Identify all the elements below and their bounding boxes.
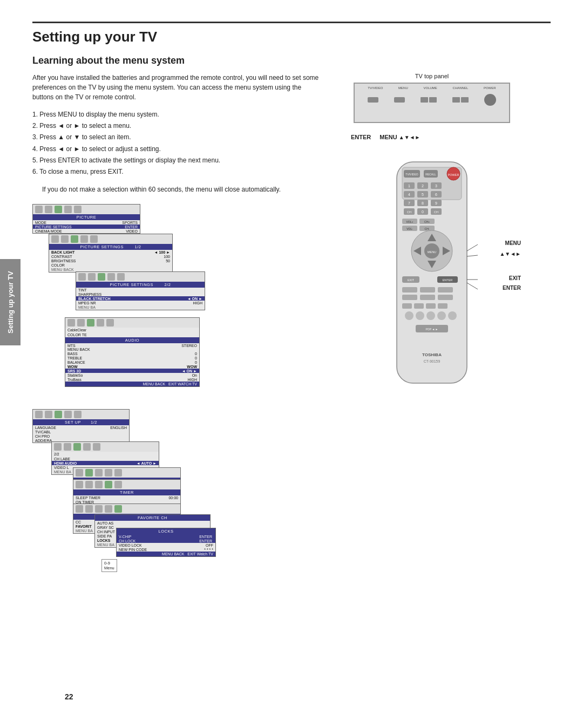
picture-mode-row: MODESPORTS bbox=[33, 220, 140, 224]
remote-exit-label: EXIT bbox=[509, 275, 521, 281]
svg-text:VOL+: VOL+ bbox=[406, 220, 413, 223]
contrast-row: CONTRAST100 bbox=[49, 254, 172, 258]
tv-panel-top-labels: TV/VIDEO MENU VOLUME CHANNEL POWER bbox=[355, 84, 509, 90]
svg-text:3: 3 bbox=[435, 184, 437, 188]
cinema-mode-row: CINEMA MODEVIDEO bbox=[33, 229, 140, 233]
audio-icons bbox=[65, 318, 199, 328]
svg-text:TV/VIDEO: TV/VIDEO bbox=[405, 173, 418, 176]
page-number: 22 bbox=[65, 692, 73, 701]
srs3d-row: SRS 3D◄ ON ► bbox=[65, 369, 199, 373]
timer-icons bbox=[73, 480, 180, 489]
ps1-icons bbox=[49, 234, 172, 244]
svg-point-61 bbox=[405, 311, 413, 320]
newpin-row: NEW PIN CODE* * * * bbox=[117, 547, 215, 552]
tv-panel-label: TV top panel bbox=[340, 73, 524, 79]
svg-text:8: 8 bbox=[422, 201, 424, 205]
right-content: TV top panel TV/VIDEO MENU VOLUME CHANNE… bbox=[340, 73, 524, 539]
tv-panel-area: TV top panel TV/VIDEO MENU VOLUME CHANNE… bbox=[340, 73, 524, 140]
tint-row: TINT bbox=[76, 288, 205, 292]
svg-point-65 bbox=[448, 311, 457, 320]
locks-screen: LOCKS V-CHIPENTER CH LOCKENTER VIDEO LOC… bbox=[116, 528, 216, 557]
steps-list: 1. Press MENU to display the menu system… bbox=[32, 110, 324, 177]
page-container: Setting up your TV Setting up your TV Le… bbox=[0, 0, 583, 728]
picture-settings-row: PICTURE SETTINGSENTER bbox=[33, 224, 140, 229]
cableclear-row: CableClear bbox=[65, 328, 199, 332]
remote-nav-label: ▲▼◄► bbox=[499, 251, 521, 257]
picture-settings-2-screen: PICTURE SETTINGS 2/2 TINT SHARPNESS BLAC… bbox=[76, 271, 205, 310]
picture-settings-1-screen: PICTURE SETTINGS 1/2 BACK LIGHT◄ 100 ► C… bbox=[49, 234, 173, 273]
black-stretch-row: BLACK STRETCH◄ ON ► bbox=[76, 296, 205, 301]
remote-area: TV/VIDEO RECALL POWER 1 2 3 bbox=[340, 157, 524, 396]
favch-header: FAVORITE CH bbox=[95, 515, 210, 521]
top-rule bbox=[32, 22, 551, 23]
picture-menu-screen: PICTURE MODESPORTS PICTURE SETTINGSENTER… bbox=[32, 204, 140, 234]
menu-back-label2: MENU BA bbox=[76, 305, 205, 310]
treble-row: TREBLE0 bbox=[65, 356, 199, 360]
svg-text:4: 4 bbox=[408, 193, 410, 196]
sidebar-tab: Setting up your TV bbox=[0, 259, 21, 345]
locks-menu-back-exit: MENU BACK EXIT Watch TV bbox=[117, 552, 215, 556]
menu-back-label3: MENU BACK bbox=[65, 348, 199, 351]
intro-text: After you have installed the batteries a… bbox=[32, 73, 324, 102]
tv-panel-rendered: TV/VIDEO MENU VOLUME CHANNEL POWER bbox=[354, 83, 510, 123]
tv-menu-btn bbox=[394, 97, 405, 103]
sleep-timer-row: SLEEP TIMER00:00 bbox=[73, 495, 180, 500]
trubass-row: TruBassHIGH bbox=[65, 377, 199, 382]
svg-text:CH: CH bbox=[434, 210, 438, 214]
svg-rect-53 bbox=[438, 287, 453, 292]
videolock-row: VIDEO LOCKOFF bbox=[117, 543, 215, 547]
chlock-row: CH LOCKENTER bbox=[117, 539, 215, 543]
autoas-row: AUTO AS bbox=[95, 521, 210, 525]
zero-nine-menu: 0-9Menu bbox=[101, 559, 117, 572]
mts-row: MTSSTEREO bbox=[65, 343, 199, 348]
svg-point-63 bbox=[426, 311, 435, 320]
ps2-icons bbox=[76, 272, 205, 282]
wow-row: WOWWOW bbox=[65, 364, 199, 369]
svg-rect-56 bbox=[438, 295, 453, 300]
step-3: 3. Press ▲ or ▼ to select an item. bbox=[32, 132, 324, 142]
svg-rect-59 bbox=[426, 303, 436, 309]
ps2-header: PICTURE SETTINGS 2/2 bbox=[76, 282, 205, 288]
svg-rect-54 bbox=[402, 295, 417, 300]
remote-svg: TV/VIDEO RECALL POWER 1 2 3 bbox=[383, 157, 480, 394]
picture-menu-icons bbox=[33, 205, 140, 214]
language-row: LANGUAGEENGLISH bbox=[33, 425, 129, 430]
timer-header: TIMER bbox=[73, 489, 180, 495]
step-1: 1. Press MENU to display the menu system… bbox=[32, 110, 324, 120]
svg-text:POP ◄ ►: POP ◄ ► bbox=[425, 328, 438, 331]
remote-enter-label: ENTER bbox=[503, 285, 521, 291]
locks-header: LOCKS bbox=[117, 528, 215, 534]
mpeg-nr-row: MPEG NRHIGH bbox=[76, 301, 205, 305]
volume-btns bbox=[421, 97, 437, 103]
step-4: 4. Press ◄ or ► to select or adjust a se… bbox=[32, 144, 324, 154]
function-icons bbox=[73, 504, 180, 514]
menu-back-exit: MENU BACK EXIT WATCH TV bbox=[65, 382, 199, 386]
balance-row: BALANCE0 bbox=[65, 360, 199, 364]
bass-row: BASS0 bbox=[65, 351, 199, 356]
svg-rect-58 bbox=[414, 303, 424, 309]
svg-text:POWER: POWER bbox=[448, 173, 459, 176]
step-2: 2. Press ◄ or ► to select a menu. bbox=[32, 121, 324, 131]
color-row: COLOR bbox=[49, 263, 172, 267]
setup2-icons bbox=[52, 442, 159, 452]
svg-text:TOSHIBA: TOSHIBA bbox=[422, 352, 442, 357]
svg-text:0: 0 bbox=[422, 210, 424, 214]
backlight-row: BACK LIGHT◄ 100 ► bbox=[49, 250, 172, 254]
remote-wrapper: TV/VIDEO RECALL POWER 1 2 3 bbox=[383, 157, 480, 396]
svg-rect-51 bbox=[402, 287, 417, 292]
svg-text:ENTER: ENTER bbox=[443, 278, 453, 282]
vchip-row: V-CHIPENTER bbox=[117, 534, 215, 539]
setup-icons bbox=[33, 410, 129, 419]
svg-text:VOL-: VOL- bbox=[406, 227, 413, 230]
svg-text:CH: CH bbox=[407, 210, 411, 214]
tvcable-row: TV/CABL bbox=[33, 430, 129, 434]
svg-point-62 bbox=[416, 311, 424, 320]
svg-text:MENU: MENU bbox=[428, 250, 436, 254]
svg-text:CH-: CH- bbox=[425, 227, 430, 230]
sharpness-row: SHARPNESS bbox=[76, 292, 205, 296]
svg-text:CT-90159: CT-90159 bbox=[424, 359, 440, 363]
chprog-row: CH PRO bbox=[33, 434, 129, 438]
screenshots-area: PICTURE MODESPORTS PICTURE SETTINGSENTER… bbox=[32, 204, 216, 539]
tv-video-btn bbox=[368, 97, 378, 103]
svg-text:CH+: CH+ bbox=[424, 220, 430, 223]
